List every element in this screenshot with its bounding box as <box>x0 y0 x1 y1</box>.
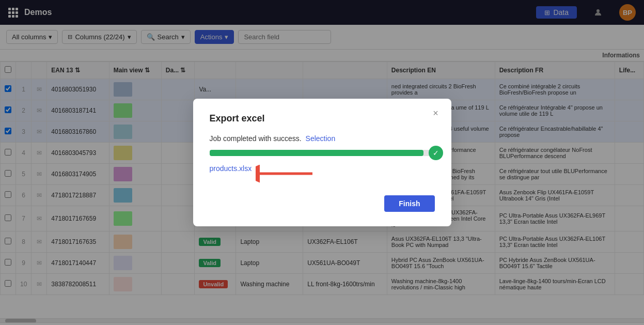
file-download-link[interactable]: products.xlsx <box>210 164 252 173</box>
modal-message: Job completed with success. Selection <box>210 134 435 143</box>
progress-bar-fill <box>210 150 423 156</box>
modal-message-text: Job completed with success. <box>210 134 302 143</box>
progress-bar-bg: ✓ <box>210 150 435 156</box>
modal-overlay: Export excel × Job completed with succes… <box>0 0 644 325</box>
modal-selection-link[interactable]: Selection <box>306 134 336 143</box>
red-arrow-icon <box>256 164 318 183</box>
modal-title: Export excel <box>210 113 435 124</box>
finish-button[interactable]: Finish <box>384 195 434 212</box>
modal-close-button[interactable]: × <box>429 106 443 120</box>
export-excel-modal: Export excel × Job completed with succes… <box>193 99 451 226</box>
progress-container: ✓ <box>210 150 435 156</box>
progress-check-icon: ✓ <box>429 146 443 160</box>
